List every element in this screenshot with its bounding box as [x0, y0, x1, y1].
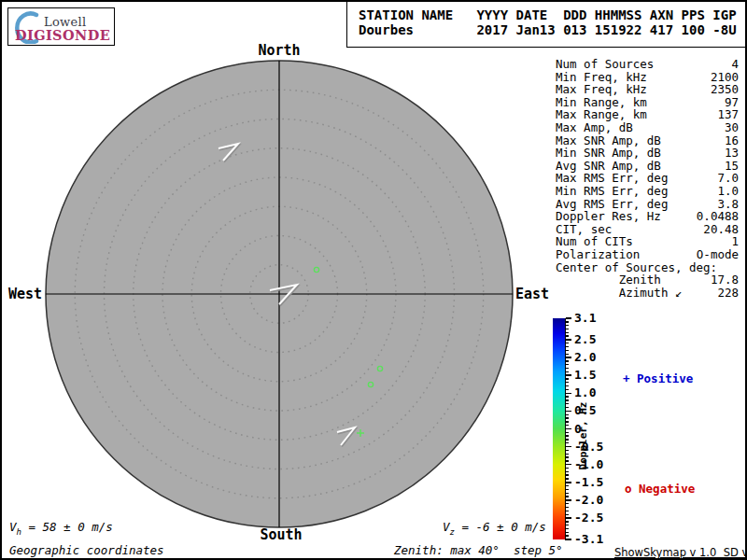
info-row: Avg RMS Err, deg3.8 — [556, 198, 739, 211]
colorbar-minor-tick — [566, 399, 569, 400]
colorbar-minor-tick — [566, 485, 569, 486]
info-row: PolarizationO-mode — [556, 248, 739, 261]
colorbar-minor-tick — [566, 368, 569, 369]
compass-label-north: North — [258, 42, 300, 59]
info-row: Max Freq, kHz2350 — [556, 83, 739, 96]
station-header-values: Dourbes 2017 Jan13 013 151922 417 100 -8… — [359, 22, 745, 37]
colorbar-minor-tick — [566, 532, 569, 533]
info-row-label: Azimuth ↙ — [556, 287, 682, 300]
info-row-label: Polarization — [556, 248, 640, 261]
info-row-value: 2350 — [711, 83, 739, 96]
colorbar-major-tick — [566, 317, 571, 318]
info-row-label: Zenith — [556, 273, 661, 287]
colorbar-minor-tick — [566, 454, 569, 455]
info-row-value: 0.0488 — [697, 210, 739, 223]
colorbar-minor-tick — [566, 382, 569, 383]
colorbar-minor-tick — [566, 329, 569, 329]
info-row-label: Max RMS Err, deg — [556, 172, 668, 185]
lowell-digisonde-logo: Lowell DIGISONDE — [7, 7, 115, 46]
info-row-label: Max SNR Amp, dB — [556, 134, 661, 147]
colorbar-minor-tick — [566, 417, 569, 418]
info-row-label: CIT, sec — [556, 223, 612, 236]
info-row: Num of Sources4 — [556, 58, 739, 71]
colorbar-major-tick — [566, 428, 571, 429]
colorbar-minor-tick — [566, 360, 569, 361]
colorbar-minor-tick — [566, 371, 569, 372]
colorbar-minor-tick — [566, 503, 569, 504]
colorbar-minor-tick — [566, 460, 569, 461]
compass-label-west: West — [4, 286, 42, 302]
info-row: Max Amp, dB30 — [556, 121, 739, 134]
colorbar-minor-tick — [566, 468, 569, 469]
colorbar-minor-tick — [566, 389, 569, 390]
colorbar-minor-tick — [566, 478, 569, 479]
colorbar-minor-tick — [566, 535, 569, 536]
colorbar-minor-tick — [566, 332, 569, 333]
colorbar-tick-label: 2.5 — [574, 333, 596, 346]
info-row: Min RMS Err, deg1.0 — [556, 185, 739, 198]
info-row-label: Num of Sources — [556, 58, 654, 71]
colorbar-major-tick — [566, 339, 571, 340]
colorbar-minor-tick — [566, 396, 569, 397]
info-row-label: Center of Sources, deg: — [556, 261, 717, 274]
info-row: Min SNR Amp, dB13 — [556, 147, 739, 160]
colorbar-minor-tick — [566, 474, 569, 475]
info-row-label: Avg SNR Amp, dB — [556, 160, 661, 173]
colorbar-minor-tick — [566, 442, 569, 443]
info-row: Center of Sources, deg: — [556, 261, 739, 274]
colorbar-minor-tick — [566, 507, 569, 508]
colorbar-minor-tick — [566, 511, 569, 511]
station-header-labels: STATION NAME YYYY DATE DDD HHMMSS AXN PP… — [359, 7, 745, 22]
colorbar-minor-tick — [566, 343, 569, 343]
legend-negative: o Negative — [625, 482, 695, 496]
info-row-label: Max Range, km — [556, 108, 647, 121]
colorbar-minor-tick — [566, 514, 569, 515]
colorbar-tick-label: 1.5 — [574, 369, 596, 382]
info-row-value: 15 — [725, 160, 739, 173]
colorbar-minor-tick — [566, 364, 569, 365]
colorbar-minor-tick — [566, 378, 569, 379]
logo-text-digisonde: DIGISONDE — [15, 27, 110, 43]
info-row-value: 7.0 — [717, 172, 739, 185]
info-row: Max Range, km137 — [556, 108, 739, 121]
colorbar-major-tick — [566, 393, 571, 394]
colorbar-minor-tick — [566, 425, 569, 426]
info-row: Avg SNR Amp, dB15 — [556, 160, 739, 173]
colorbar-minor-tick — [566, 521, 569, 522]
circle-symbol-icon: o — [625, 482, 632, 496]
colorbar-minor-tick — [566, 325, 569, 326]
colorbar-gradient — [553, 318, 565, 539]
colorbar-major-tick — [566, 446, 571, 447]
colorbar-major-tick — [566, 517, 571, 518]
horizontal-velocity-readout: Vh = 58 ± 0 m/s — [9, 520, 113, 537]
colorbar-tick-label: -3.1 — [574, 533, 603, 546]
plus-symbol-icon: + — [623, 371, 630, 385]
colorbar-minor-tick — [566, 421, 569, 422]
colorbar-major-tick — [566, 499, 571, 500]
info-row-value: 1 — [731, 235, 739, 248]
colorbar-major-tick — [566, 374, 571, 375]
info-row: Min Range, km97 — [556, 96, 739, 109]
colorbar-minor-tick — [566, 456, 569, 457]
colorbar-minor-tick — [566, 335, 569, 336]
colorbar-axis-title: Doppler, Hz — [577, 402, 589, 470]
colorbar-minor-tick — [566, 354, 569, 355]
colorbar-major-tick — [566, 539, 571, 539]
info-row: Max SNR Amp, dB16 — [556, 134, 739, 147]
colorbar-tick-label: -1.5 — [574, 476, 603, 489]
info-row-label: Min Freq, kHz — [556, 71, 647, 84]
colorbar-minor-tick — [566, 450, 569, 451]
info-row-label: Doppler Res, Hz — [556, 210, 661, 223]
compass-label-south: South — [260, 526, 302, 543]
info-row: Zenith17.8 — [556, 273, 739, 287]
info-row-value: 16 — [725, 134, 739, 147]
info-row: Min Freq, kHz2100 — [556, 71, 739, 84]
colorbar-minor-tick — [566, 496, 569, 497]
colorbar-tick-label: 1.0 — [574, 386, 596, 399]
colorbar-minor-tick — [566, 525, 569, 525]
info-row-value: 228 — [717, 287, 739, 300]
software-version-label: ShowSkymap v 1.0 SD v 5.1 — [614, 546, 747, 559]
vertical-velocity-readout: Vz = -6 ± 0 m/s — [443, 520, 546, 537]
compass-label-east: East — [515, 286, 549, 302]
info-row-label: Min Range, km — [556, 96, 647, 109]
